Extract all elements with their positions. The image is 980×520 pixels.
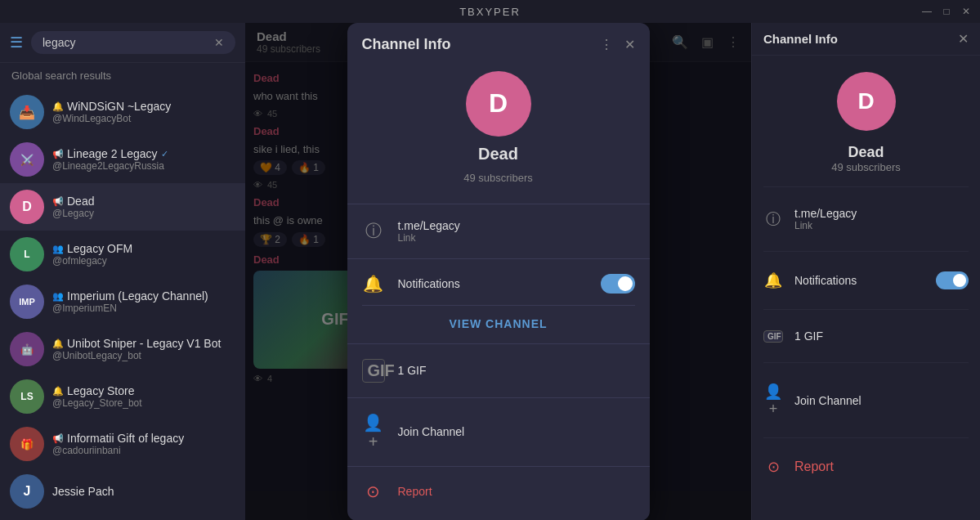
rp-avatar: D (837, 72, 896, 131)
channel-info-modal: Channel Info ⋮ ✕ D Dead 49 subscribers ⓘ… (347, 23, 650, 520)
modal-notifications-item[interactable]: 🔔 Notifications (347, 262, 650, 305)
sidebar-item-imperium[interactable]: IMP 👥 Imperium (Legacy Channel) @Imperiu… (0, 278, 245, 325)
sidebar-header: ☰ ✕ (0, 23, 245, 63)
contact-handle-unibot: @UnibotLegacy_bot (52, 350, 235, 361)
rp-gif-item[interactable]: GIF 1 GIF (763, 323, 969, 349)
verified-badge-l2: ✓ (161, 149, 168, 159)
sidebar-item-jessie[interactable]: J Jessie Pach (0, 468, 245, 515)
contact-handle-ofm: @ofmlegacy (52, 255, 235, 267)
contact-info-legacy-ofm: 👥 Legacy OFM @ofmlegacy (52, 242, 235, 267)
avatar-imperium: IMP (10, 285, 44, 319)
sidebar-item-lineage2-legacy[interactable]: ⚔️ 📢 Lineage 2 Legacy ✓ @Lineage2LegacyR… (0, 136, 245, 183)
minimize-button[interactable]: — (921, 6, 933, 17)
sidebar-item-informatii[interactable]: 🎁 📢 Informatii Gift of legacy @cadouriin… (0, 420, 245, 468)
view-channel-button[interactable]: VIEW CHANNEL (362, 305, 635, 338)
notifications-toggle[interactable] (601, 274, 635, 294)
close-window-button[interactable]: ✕ (960, 6, 972, 17)
modal-gif-item[interactable]: GIF 1 GIF (347, 347, 650, 394)
rp-link-label: Link (794, 220, 857, 231)
rp-join-label: Join Channel (794, 394, 861, 407)
rp-join-item[interactable]: 👤+ Join Channel (763, 376, 969, 424)
group-icon-imp: 👥 (52, 291, 64, 302)
contact-handle-informatii: @cadouriinbani (52, 445, 235, 456)
contact-name-jessie: Jessie Pach (52, 485, 235, 498)
app-body: ☰ ✕ Global search results 📥 🔔 WiNDSiGN ~… (0, 23, 980, 520)
contact-handle-dead: @Legacy (52, 208, 235, 219)
modal-title: Channel Info (362, 36, 451, 53)
modal-avatar: D (466, 71, 531, 137)
hamburger-icon[interactable]: ☰ (10, 34, 23, 52)
rp-divider-2 (763, 251, 969, 252)
maximize-button[interactable]: □ (941, 6, 952, 17)
modal-join-text: Join Channel (398, 425, 635, 438)
modal-join-item[interactable]: 👤+ Join Channel (347, 401, 650, 463)
megaphone-icon-inf: 📢 (52, 433, 64, 444)
bell-icon-store: 🔔 (52, 386, 64, 397)
modal-channel-name: Dead (478, 145, 518, 164)
rp-divider-3 (763, 309, 969, 310)
bell-icon-unibot: 🔔 (52, 338, 64, 349)
rp-channel-sub: 49 subscribers (831, 161, 901, 173)
contact-info-wind-legacy: 🔔 WiNDSiGN ~Legacy @WindLegacyBot (52, 100, 235, 124)
megaphone-icon-dead: 📢 (52, 196, 64, 207)
rp-report-item[interactable]: ⊙ Report (763, 451, 969, 482)
rp-link-item[interactable]: ⓘ t.me/Legacy Link (763, 200, 969, 238)
search-clear-icon[interactable]: ✕ (214, 36, 224, 49)
rp-link-value: t.me/Legacy (794, 207, 857, 220)
avatar-informatii: 🎁 (10, 427, 44, 461)
contact-list: 📥 🔔 WiNDSiGN ~Legacy @WindLegacyBot ⚔️ 📢… (0, 88, 245, 520)
rp-report-icon: ⊙ (763, 458, 783, 476)
sidebar-item-legacy-ofm[interactable]: L 👥 Legacy OFM @ofmlegacy (0, 231, 245, 278)
sidebar-item-dead[interactable]: D 📢 Dead @Legacy (0, 183, 245, 231)
sidebar-item-unibot[interactable]: 🤖 🔔 Unibot Sniper - Legacy V1 Bot @Unibo… (0, 325, 245, 373)
join-icon-modal: 👤+ (362, 413, 385, 451)
contact-name-dead: 📢 Dead (52, 195, 235, 208)
modal-notif-label: Notifications (398, 277, 588, 290)
modal-join-label: Join Channel (398, 425, 635, 438)
rp-notifications-item[interactable]: 🔔 Notifications (763, 265, 969, 296)
modal-divider-2 (347, 258, 650, 259)
modal-notif-text: Notifications (398, 277, 588, 290)
modal-gif-label: 1 GIF (398, 364, 635, 377)
avatar-wind-legacy: 📥 (10, 95, 44, 129)
modal-divider-4 (347, 397, 650, 398)
contact-name-informatii: 📢 Informatii Gift of legacy (52, 432, 235, 445)
search-box: ✕ (31, 31, 235, 54)
group-icon-ofm: 👥 (52, 244, 64, 254)
modal-divider-5 (347, 466, 650, 467)
gif-icon-modal: GIF (362, 359, 385, 383)
modal-report-label: Report (398, 485, 635, 498)
modal-link-item[interactable]: ⓘ t.me/Legacy Link (347, 208, 650, 255)
contact-handle-wind-legacy: @WindLegacyBot (52, 113, 235, 124)
modal-report-item[interactable]: ⊙ Report (347, 470, 650, 513)
contact-info-jessie: Jessie Pach (52, 485, 235, 498)
modal-divider-3 (347, 343, 650, 344)
contact-name-legacy-ofm: 👥 Legacy OFM (52, 242, 235, 255)
avatar-legacy-store: LS (10, 379, 44, 414)
right-panel-close-icon[interactable]: ✕ (958, 31, 969, 47)
modal-link-value: t.me/Legacy (398, 219, 635, 232)
modal-report-text: Report (398, 485, 635, 498)
megaphone-icon: 🔔 (52, 101, 64, 112)
rp-notifications-toggle[interactable] (936, 271, 969, 289)
avatar-lineage2-legacy: ⚔️ (10, 142, 44, 177)
rp-notif-label: Notifications (794, 274, 857, 287)
modal-more-icon[interactable]: ⋮ (600, 37, 613, 52)
sidebar-item-legacy-store[interactable]: LS 🔔 Legacy Store @Legacy_Store_bot (0, 373, 245, 420)
modal-channel-sub: 49 subscribers (463, 172, 533, 184)
rp-divider-5 (763, 437, 969, 438)
rp-bell-icon: 🔔 (763, 271, 783, 289)
modal-close-icon[interactable]: ✕ (624, 37, 635, 52)
rp-link-info: t.me/Legacy Link (794, 207, 857, 231)
megaphone-icon-l2: 📢 (52, 149, 64, 159)
rp-divider-1 (763, 186, 969, 187)
search-input[interactable] (43, 36, 214, 49)
contact-info-unibot: 🔔 Unibot Sniper - Legacy V1 Bot @UnibotL… (52, 337, 235, 361)
global-search-label: Global search results (0, 63, 245, 88)
titlebar: TBXYPER — □ ✕ (0, 0, 980, 23)
rp-gif-icon: GIF (763, 330, 783, 343)
sidebar-item-wind-legacy[interactable]: 📥 🔔 WiNDSiGN ~Legacy @WindLegacyBot (0, 88, 245, 136)
info-circle-icon: ⓘ (362, 220, 385, 242)
report-icon-modal: ⊙ (362, 482, 385, 501)
contact-name-wind-legacy: 🔔 WiNDSiGN ~Legacy (52, 100, 235, 113)
